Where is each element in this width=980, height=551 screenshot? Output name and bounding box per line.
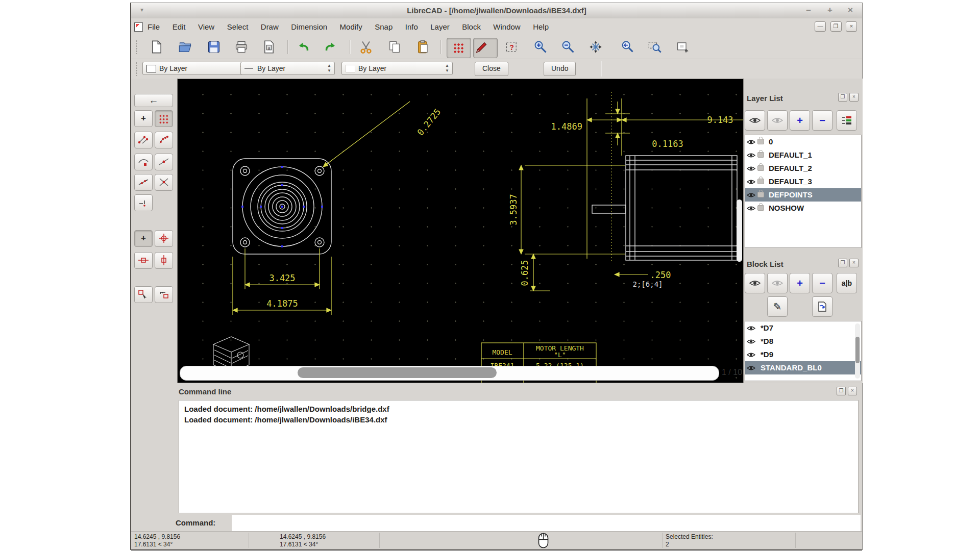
lock-icon[interactable] (757, 139, 764, 144)
menu-edit[interactable]: Edit (167, 18, 191, 31)
close-panel-icon[interactable]: × (849, 93, 859, 102)
menu-snap[interactable]: Snap (370, 18, 398, 31)
close-panel-icon[interactable]: × (849, 259, 859, 267)
lock-icon[interactable] (757, 152, 764, 158)
snap-on-entity-button[interactable] (155, 132, 173, 148)
remove-layer-button[interactable]: − (812, 110, 832, 131)
menu-file[interactable]: File (142, 18, 165, 31)
edit-block-button[interactable]: ✎ (767, 296, 788, 317)
print-preview-button[interactable]: a (262, 40, 277, 55)
width-combobox[interactable]: By Layer ▲▼ (240, 62, 335, 75)
app-icon[interactable] (134, 22, 143, 32)
toolbar-handle[interactable] (135, 62, 138, 76)
layer-row[interactable]: DEFAULT_1 (745, 148, 861, 162)
hide-all-blocks-button[interactable] (767, 273, 788, 293)
horizontal-scrollbar-thumb[interactable] (298, 367, 497, 378)
layer-row[interactable]: DEFAULT_3 (745, 175, 861, 188)
menu-dimension[interactable]: Dimension (286, 18, 332, 31)
menu-block[interactable]: Block (457, 18, 486, 31)
menu-info[interactable]: Info (400, 18, 423, 31)
snap-middle-button[interactable] (155, 154, 173, 170)
spinner-arrows-icon[interactable]: ▲▼ (327, 63, 331, 73)
back-button[interactable]: ← (134, 94, 173, 107)
snap-grid-button[interactable] (155, 110, 173, 127)
eye-icon[interactable] (747, 205, 755, 213)
menu-draw[interactable]: Draw (256, 18, 284, 31)
block-row[interactable]: *D9 (745, 348, 861, 361)
eye-icon[interactable] (747, 191, 755, 200)
mdi-minimize-button[interactable]: — (815, 21, 826, 32)
cut-button[interactable] (359, 40, 374, 55)
menu-view[interactable]: View (193, 18, 219, 31)
undo-button[interactable] (296, 40, 311, 55)
toggle-layer-visibility-button[interactable] (745, 110, 765, 131)
add-block-button[interactable]: + (790, 273, 810, 293)
restrict-free-button[interactable]: + (134, 230, 153, 247)
command-history[interactable]: Loaded document: /home/jlwallen/Download… (179, 400, 859, 513)
snap-free-button[interactable]: + (134, 110, 153, 127)
set-relative-zero-button[interactable] (134, 286, 153, 303)
zoom-in-button[interactable] (533, 40, 549, 55)
insert-block-button[interactable] (812, 296, 832, 317)
grid-toggle-button[interactable] (447, 38, 471, 58)
redo-button[interactable] (324, 40, 339, 55)
mdi-restore-button[interactable]: ❐ (830, 21, 842, 32)
paste-button[interactable] (416, 40, 431, 55)
block-row[interactable]: *D7 (745, 321, 861, 335)
toolbar-handle[interactable] (135, 40, 138, 54)
zoom-pan-button[interactable] (675, 40, 691, 55)
vertical-scrollbar-thumb[interactable] (737, 199, 742, 262)
float-panel-icon[interactable]: ❐ (837, 387, 846, 395)
lock-relative-zero-button[interactable] (155, 286, 173, 303)
lock-icon[interactable] (757, 192, 764, 197)
zoom-out-button[interactable] (561, 40, 576, 55)
lock-icon[interactable] (757, 205, 764, 211)
layer-row-selected[interactable]: DEFPOINTS (745, 188, 861, 202)
restrict-orthogonal-button[interactable] (155, 230, 173, 247)
snap-intersection-button[interactable] (155, 174, 173, 191)
rename-block-button[interactable]: a|b (837, 273, 857, 293)
eye-icon[interactable] (747, 178, 755, 187)
snap-endpoints-button[interactable] (134, 132, 153, 148)
close-drawing-button[interactable]: Close (475, 62, 508, 76)
float-panel-icon[interactable]: ❐ (838, 259, 847, 267)
snap-center-button[interactable] (134, 154, 153, 170)
block-row[interactable]: *D8 (745, 335, 861, 348)
menu-window[interactable]: Window (488, 18, 525, 31)
new-document-button[interactable] (150, 40, 165, 55)
menu-help[interactable]: Help (528, 18, 554, 31)
color-combobox[interactable]: By Layer ▲▼ (142, 62, 247, 75)
freeze-all-layers-button[interactable] (767, 110, 788, 131)
restrict-vertical-button[interactable] (155, 252, 173, 269)
layer-attributes-button[interactable] (837, 110, 857, 131)
eye-icon[interactable] (747, 165, 755, 173)
zoom-window-button[interactable] (648, 40, 663, 55)
restrict-horizontal-button[interactable] (134, 252, 153, 269)
undo-action-button[interactable]: Undo (544, 62, 576, 76)
add-layer-button[interactable]: + (790, 110, 810, 131)
eye-icon[interactable] (747, 338, 755, 346)
lock-icon[interactable] (757, 165, 764, 171)
close-button[interactable]: × (844, 5, 857, 15)
restrict-nothing-button[interactable] (134, 194, 153, 211)
mdi-close-button[interactable]: × (846, 21, 857, 32)
block-list-scrollbar[interactable] (855, 323, 860, 379)
drawing-canvas[interactable]: 3.425 4.1875 0.2725 1.4869 9.143 0.1163 … (177, 79, 744, 383)
save-button[interactable] (207, 40, 222, 55)
copy-button[interactable] (387, 40, 403, 55)
eye-icon[interactable] (747, 152, 755, 160)
float-panel-icon[interactable]: ❐ (838, 93, 847, 102)
block-row-selected[interactable]: STANDARD_BL0 (745, 361, 861, 374)
menu-select[interactable]: Select (222, 18, 254, 31)
layer-row[interactable]: 0 (745, 135, 861, 148)
snap-distance-button[interactable] (134, 174, 153, 191)
horizontal-scrollbar[interactable]: 1 / 10 (180, 366, 719, 381)
zoom-previous-button[interactable] (620, 40, 635, 55)
layer-row[interactable]: NOSHOW (745, 202, 861, 215)
toggle-block-visibility-button[interactable] (745, 273, 765, 293)
layer-row[interactable]: DEFAULT_2 (745, 162, 861, 175)
auto-zoom-button[interactable] (589, 40, 604, 55)
eye-icon[interactable] (747, 351, 755, 360)
command-input[interactable] (232, 515, 861, 531)
eye-icon[interactable] (747, 138, 755, 147)
